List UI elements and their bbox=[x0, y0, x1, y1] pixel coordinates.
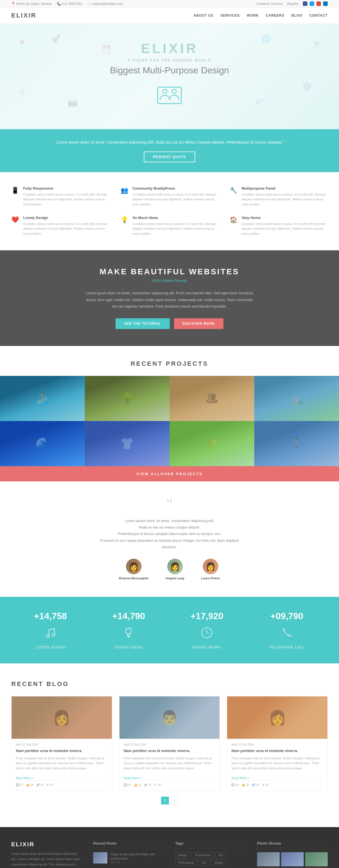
blog-title-1: Nam porttitor urna id molestie viverra. bbox=[16, 748, 108, 753]
footer-photo-3[interactable] bbox=[305, 852, 328, 866]
feature-fully-responsive: 📱 Fully Responsive Curabitur varius matt… bbox=[11, 186, 109, 207]
svg-line-9 bbox=[131, 628, 132, 629]
project-item-bench[interactable]: 🌳 bbox=[85, 376, 169, 421]
footer-grid: ELIXIR Lorem ipsum dolor amet consectetu… bbox=[11, 841, 328, 868]
tag-professional[interactable]: Professional bbox=[192, 852, 214, 858]
footer-photo-2[interactable] bbox=[281, 852, 304, 866]
footer-posts-title: Recent Posts bbox=[93, 841, 164, 848]
tag-professional-2[interactable]: Professional bbox=[175, 860, 197, 866]
svg-rect-0 bbox=[158, 87, 181, 103]
footer-photos-title: Photo Stream bbox=[257, 841, 328, 848]
feature-desc-responsive: Curabitur varius mattis lacus a varius. … bbox=[23, 192, 109, 207]
linkedin-icon[interactable] bbox=[323, 1, 328, 6]
top-bar-right: Customer Services Register bbox=[256, 1, 328, 6]
stat-hours-work: +17,920 Hours Work bbox=[190, 611, 223, 649]
stat-number-songs: +14,758 bbox=[34, 611, 67, 621]
stat-telephone-call: +09,790 Telephone Call bbox=[269, 611, 305, 649]
location-icon: 📍 bbox=[11, 2, 15, 5]
see-tutorial-button[interactable]: See The Tutorial bbox=[116, 318, 169, 329]
view-projects-banner[interactable]: VIEW ALLOVER PROJECTS bbox=[0, 466, 339, 482]
testimonials-section: " Lorem ipsum dolor sit amet, consectetu… bbox=[0, 482, 339, 597]
blog-excerpt-2: Proin volutpate edet at amet thomas. Nul… bbox=[124, 756, 216, 771]
nav-blog[interactable]: BLOG bbox=[291, 13, 303, 18]
feature-title-responsive: Fully Responsive bbox=[23, 186, 109, 190]
stat-label-hours: Hours Work bbox=[190, 645, 223, 649]
nav-careers[interactable]: CAREERS bbox=[266, 13, 284, 18]
discover-more-button[interactable]: Discover More bbox=[174, 318, 223, 329]
nav-about[interactable]: ABOUT US bbox=[194, 13, 214, 18]
feature-desc-lovely: Curabitur varius mattis lacus a varius. … bbox=[23, 221, 109, 237]
request-quote-button[interactable]: Request Quote bbox=[144, 152, 195, 162]
stat-label-ideas: Found Ideas bbox=[112, 645, 145, 649]
stats-section: +14,758 Listen songs +14,790 Found Ideas bbox=[0, 597, 339, 663]
feature-title-lovely: Lovely Design bbox=[23, 216, 109, 220]
footer-photos-col: Photo Stream bbox=[257, 841, 328, 868]
stat-label-phone: Telephone Call bbox=[269, 645, 305, 649]
svg-point-1 bbox=[163, 89, 167, 93]
footer-tags-title: Tags bbox=[175, 841, 246, 848]
footer-photo-1[interactable] bbox=[257, 852, 280, 866]
email-icon: ✉️ bbox=[87, 2, 91, 5]
blog-excerpt-3: Proin volutpate edet at amet thomas. Nul… bbox=[231, 756, 323, 771]
quote-mark: " bbox=[11, 498, 328, 512]
project-item-surf[interactable]: 🏄 bbox=[0, 376, 85, 421]
project-item-hill[interactable]: ⛰️ bbox=[254, 376, 339, 421]
project-item-hike[interactable]: 🚶 bbox=[254, 421, 339, 466]
blog-meta-1: 💬 24 👍 16 🔗 14 👁 10 bbox=[16, 780, 108, 786]
project-item-water[interactable]: 🌊 bbox=[0, 421, 85, 466]
tag-flat[interactable]: Flat bbox=[215, 852, 226, 858]
make-beautiful-title: MAKE BEAUTIFUL WEBSITES bbox=[11, 267, 328, 276]
footer-desc: Lorem ipsum dolor amet consectetur adipi… bbox=[11, 851, 82, 868]
blog-read-more-3[interactable]: Read More + bbox=[231, 776, 250, 780]
hero-people-icon bbox=[156, 84, 183, 107]
nav-contact[interactable]: CONTACT bbox=[309, 13, 328, 18]
feature-title-buddypress: Community BuddyPress bbox=[133, 186, 219, 190]
clock-icon bbox=[190, 626, 223, 642]
nav-work[interactable]: WORK bbox=[247, 13, 259, 18]
feature-lovely-design: ❤️ Lovely Design Curabitur varius mattis… bbox=[11, 216, 109, 237]
tag-design[interactable]: Design bbox=[175, 852, 190, 858]
svg-point-5 bbox=[126, 628, 131, 634]
register-link[interactable]: Register bbox=[287, 2, 299, 5]
avatar-laura: 👩 bbox=[203, 559, 218, 574]
page-btn-1[interactable]: 1 bbox=[161, 797, 169, 805]
tag-flat-2[interactable]: Flat bbox=[199, 860, 209, 866]
recent-projects-section: RECENT PROJECTS 🏄 🌳 🎩 ⛰️ 🌊 👕 🌾 🚶 VIEW AL… bbox=[0, 346, 339, 482]
blog-read-more-2[interactable]: Read More + bbox=[124, 776, 142, 780]
avatar-angela: 👩 bbox=[167, 559, 183, 574]
make-beautiful-section: MAKE BEAUTIFUL WEBSITES 100% Mobile Frie… bbox=[0, 250, 339, 346]
project-item-plaid[interactable]: 👕 bbox=[85, 421, 169, 466]
hero-subtitle: A THEME FOR THE MODERN WORLD bbox=[11, 58, 328, 62]
svg-point-2 bbox=[172, 89, 176, 93]
bulb-icon bbox=[112, 626, 145, 642]
quote-banner: "Lorem ipsum dolor sit amet, Consectetur… bbox=[0, 129, 339, 172]
project-item-hat[interactable]: 🎩 bbox=[169, 376, 254, 421]
feature-multipurpose: 🔧 Multipurpose Panel Curabitur varius ma… bbox=[230, 186, 328, 207]
footer-recent-posts: Recent Posts Integer at diam gravida fri… bbox=[93, 841, 164, 868]
facebook-icon[interactable] bbox=[303, 1, 307, 6]
twitter-icon[interactable] bbox=[310, 1, 314, 6]
google-icon[interactable] bbox=[316, 1, 321, 6]
testimonial-person-1: 👩 Brianna McLaughlin bbox=[119, 559, 149, 580]
blog-meta-2: 💬 24 👍 16 🔗 14 👁 10 bbox=[124, 780, 216, 786]
stat-number-ideas: +14,790 bbox=[112, 611, 145, 621]
address: 📍 North Las Vegas, Nevada bbox=[11, 2, 51, 6]
footer-post-1: Integer at diam gravida fringilla nibh p… bbox=[93, 852, 164, 864]
recent-blog-title: RECENT BLOG bbox=[11, 680, 328, 688]
recent-projects-title: RECENT PROJECTS bbox=[0, 360, 339, 367]
customer-service-link[interactable]: Customer Services bbox=[256, 2, 283, 5]
project-item-grass[interactable]: 🌾 bbox=[169, 421, 254, 466]
page-btn-2[interactable]: › bbox=[170, 797, 178, 805]
logo: ELIXIR bbox=[11, 12, 36, 19]
blog-read-more-1[interactable]: Read More + bbox=[16, 776, 34, 780]
view-projects-link[interactable]: VIEW ALLOVER PROJECTS bbox=[136, 472, 202, 476]
avatar-brianna: 👩 bbox=[126, 559, 142, 574]
blog-card-3: 👩 April 10 July 2016 Nam porttitor urna … bbox=[227, 696, 328, 791]
bg-icon-5: 📷 bbox=[68, 98, 78, 107]
hero-title: ELIXIR bbox=[11, 41, 328, 56]
tag-design-2[interactable]: Design bbox=[211, 860, 226, 866]
nav-services[interactable]: SERVICES bbox=[220, 13, 239, 18]
blog-card-2: 👨 April 10 July 2016 Nam porttitor urna … bbox=[119, 696, 220, 791]
stat-found-ideas: +14,790 Found Ideas bbox=[112, 611, 145, 649]
home-icon: 🏠 bbox=[230, 216, 237, 223]
